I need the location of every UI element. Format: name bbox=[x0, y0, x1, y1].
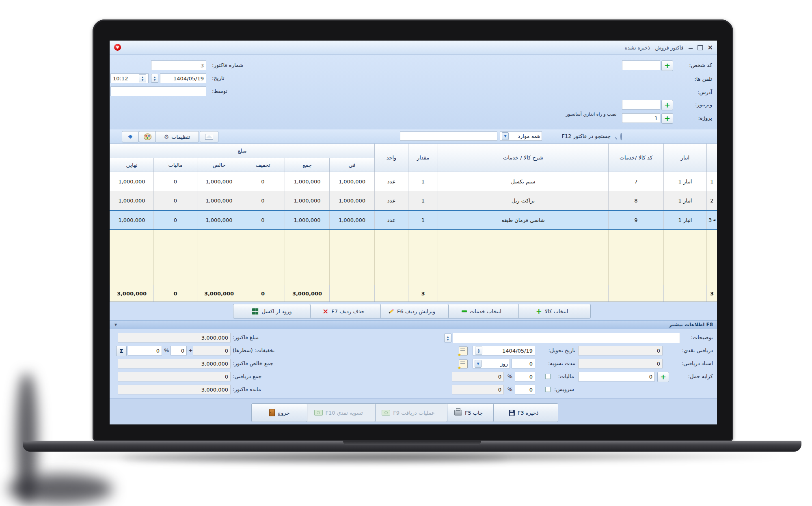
date-spinner-icon[interactable] bbox=[151, 74, 158, 83]
time-spinner-icon[interactable] bbox=[139, 74, 146, 82]
cell-discount: 0 bbox=[241, 191, 285, 210]
mail-button[interactable] bbox=[200, 131, 218, 142]
balance-field: 3,000,000 bbox=[118, 385, 231, 394]
visitor-input[interactable] bbox=[622, 100, 660, 110]
cell-discount: 0 bbox=[241, 211, 285, 229]
maximize-button[interactable] bbox=[698, 45, 703, 50]
settle-unit-dropdown[interactable]: روز ▼ bbox=[473, 359, 510, 368]
search-input[interactable] bbox=[400, 131, 497, 141]
calendar-icon[interactable] bbox=[459, 347, 468, 355]
tax-percent-input[interactable]: 0 bbox=[515, 372, 535, 381]
notes-spinner-icon[interactable] bbox=[444, 334, 451, 342]
more-info-bar[interactable]: F8 اطلاعات بیشتر ▼ bbox=[110, 320, 717, 329]
discount-percent-input[interactable]: 0 bbox=[128, 346, 162, 355]
settle-period-input[interactable]: 0 bbox=[512, 359, 535, 368]
delivery-date-input[interactable]: 1404/05/19 bbox=[473, 346, 535, 355]
theme-button[interactable] bbox=[139, 131, 156, 142]
cell-final: 1,000,000 bbox=[110, 211, 153, 229]
empty-rows-area[interactable] bbox=[110, 230, 717, 285]
row-number: ◄ 3 bbox=[706, 211, 717, 229]
minimize-button[interactable] bbox=[689, 48, 693, 49]
cell-sum: 1,000,000 bbox=[285, 211, 329, 229]
by-input[interactable] bbox=[110, 86, 206, 96]
col-net[interactable]: خالص bbox=[197, 158, 241, 172]
table-row[interactable]: 2 انبار 1 8 براکت ریل 1 عدد 1,000,000 1,… bbox=[110, 191, 717, 210]
calendar-icon[interactable] bbox=[459, 360, 468, 368]
col-discount[interactable]: تخفیف bbox=[241, 158, 285, 172]
totals-tax: 0 bbox=[153, 285, 197, 301]
edit-row-button[interactable]: ویرایش ردیف F6 bbox=[375, 304, 449, 319]
cell-sum: 1,000,000 bbox=[285, 191, 329, 210]
save-button[interactable]: ذخیره F3 bbox=[489, 403, 558, 422]
invoice-number-input[interactable]: 3 bbox=[151, 60, 206, 70]
date-input[interactable]: 1404/05/19 bbox=[160, 73, 206, 83]
receive-ops-label: عملیات دریافت F9 bbox=[393, 410, 434, 416]
add-project-button[interactable]: + bbox=[661, 113, 673, 124]
tax-checkbox[interactable] bbox=[545, 374, 551, 379]
cell-net: 1,000,000 bbox=[197, 211, 241, 229]
select-services-button[interactable]: انتخاب خدمات bbox=[444, 304, 519, 319]
cash-settle-button[interactable]: تسویه نقدي F10 bbox=[301, 403, 376, 422]
col-unit[interactable]: واحد bbox=[374, 144, 408, 172]
service-percent-input[interactable]: 0 bbox=[515, 385, 535, 394]
exit-button[interactable]: خروج bbox=[251, 403, 307, 422]
tax-percent-sign: % bbox=[508, 372, 512, 381]
add-person-button[interactable]: + bbox=[661, 60, 673, 71]
col-rownum bbox=[706, 144, 717, 172]
excel-import-label: ورود از اکسل bbox=[261, 308, 292, 314]
excel-import-button[interactable]: ورود از اکسل bbox=[233, 304, 311, 319]
totals-count: 3 bbox=[706, 285, 717, 301]
table-row-selected[interactable]: ◄ 3 انبار 1 9 شاسي فرمان طبقه 1 عدد 1,00… bbox=[110, 210, 717, 230]
settle-period-label: مدت تسویه: bbox=[548, 359, 575, 368]
titlebar: ♥ فاکتور فروش - ذخیره نشده × bbox=[110, 41, 717, 55]
notes-label: توضیحات: bbox=[691, 333, 713, 342]
freight-input[interactable]: 0 bbox=[578, 372, 655, 381]
save-label: ذخیره F3 bbox=[518, 410, 539, 416]
cash-settle-label: تسویه نقدي F10 bbox=[326, 410, 363, 416]
select-goods-button[interactable]: انتخاب کالا + bbox=[513, 304, 591, 319]
settings-button[interactable]: تنظیمات ⚙ bbox=[155, 131, 199, 142]
col-store[interactable]: انبار bbox=[663, 144, 706, 172]
col-code[interactable]: کد کالا /خدمات bbox=[608, 144, 663, 172]
print-label: چاپ F5 bbox=[465, 410, 483, 416]
table-row[interactable]: 1 انبار 1 7 سیم بکسل 1 عدد 1,000,000 1,0… bbox=[110, 172, 717, 191]
add-freight-button[interactable]: + bbox=[657, 372, 669, 382]
sigma-button[interactable]: Σ bbox=[116, 346, 127, 356]
row-number: 1 bbox=[706, 172, 717, 191]
close-button[interactable]: × bbox=[708, 44, 713, 51]
receive-ops-button[interactable]: عملیات دریافت F9 bbox=[369, 403, 447, 422]
print-button[interactable]: چاپ F5 bbox=[443, 403, 494, 422]
plus-icon: + bbox=[664, 62, 670, 69]
cell-qty: 1 bbox=[408, 211, 438, 229]
cell-desc: براکت ریل bbox=[438, 191, 608, 210]
cell-code: 7 bbox=[608, 172, 663, 191]
discount-amount-input[interactable]: 0 bbox=[171, 346, 187, 355]
collapse-arrow-icon: ▼ bbox=[114, 323, 117, 327]
row-number-value: 3 bbox=[708, 217, 712, 223]
col-price[interactable]: في bbox=[329, 158, 374, 172]
notes-input[interactable] bbox=[453, 333, 680, 343]
delete-row-button[interactable]: حذف ردیف F7 × bbox=[306, 304, 381, 319]
delivery-date-spinner-icon[interactable] bbox=[475, 347, 482, 355]
delete-row-label: حذف ردیف F7 bbox=[331, 308, 365, 314]
add-visitor-button[interactable]: + bbox=[661, 100, 673, 110]
service-percent-sign: % bbox=[508, 385, 512, 394]
person-code-input[interactable] bbox=[622, 60, 660, 70]
col-desc[interactable]: شرح کالا / خدمات bbox=[438, 144, 608, 172]
cell-unit: عدد bbox=[374, 172, 408, 191]
time-input[interactable]: 10:12 bbox=[110, 73, 149, 83]
service-checkbox[interactable] bbox=[545, 387, 551, 392]
by-label: توسط: bbox=[212, 86, 227, 96]
cell-store: انبار 1 bbox=[663, 211, 706, 229]
search-filter-dropdown[interactable]: همه موارد ▼ bbox=[500, 131, 542, 141]
resize-button[interactable] bbox=[122, 131, 139, 142]
project-input[interactable]: 1 bbox=[622, 113, 660, 123]
col-tax[interactable]: مالیات bbox=[153, 158, 197, 172]
col-final[interactable]: نهایی bbox=[110, 158, 153, 172]
edit-row-label: ویرایش ردیف F6 bbox=[397, 308, 435, 314]
grid-actions: انتخاب کالا + انتخاب خدمات ویرایش ردیف F… bbox=[110, 302, 717, 320]
search-filter-value: همه موارد bbox=[518, 133, 540, 139]
col-qty[interactable]: مقدار bbox=[408, 144, 438, 172]
cell-price: 1,000,000 bbox=[329, 211, 374, 229]
col-sum[interactable]: جمع bbox=[285, 158, 329, 172]
